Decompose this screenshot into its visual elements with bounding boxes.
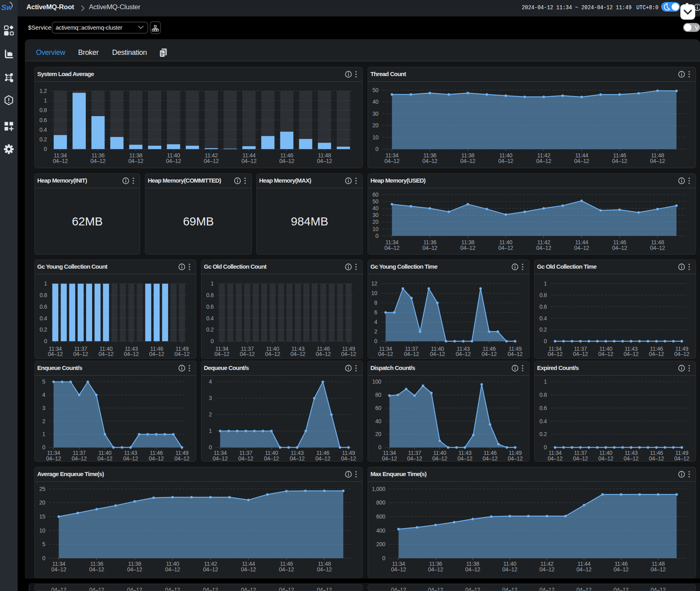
svg-text:04–12: 04–12 [51,587,66,591]
svg-text:Thread Count: Thread Count [370,70,406,77]
svg-text:1,000: 1,000 [372,486,385,492]
svg-text:10: 10 [372,134,378,141]
svg-text:04–12: 04–12 [53,158,68,164]
svg-text:Gc Old Collection Time: Gc Old Collection Time [537,263,597,270]
svg-text:5: 5 [42,378,46,385]
svg-text:04–12: 04–12 [265,351,280,357]
svg-text:0.8: 0.8 [539,392,547,398]
svg-text:0.8: 0.8 [206,292,214,298]
svg-text:0: 0 [209,444,212,450]
svg-text:0.4: 0.4 [39,127,47,133]
svg-text:04–12: 04–12 [165,587,180,591]
svg-text:04–12: 04–12 [97,455,113,462]
svg-text:04–12: 04–12 [46,455,61,462]
svg-text:0: 0 [544,444,547,450]
svg-text:04–12: 04–12 [614,566,629,573]
svg-text:0: 0 [382,555,386,561]
svg-text:10: 10 [39,527,45,534]
svg-text:04–12: 04–12 [457,455,473,462]
svg-text:2: 2 [42,418,46,424]
svg-text:04–12: 04–12 [498,245,513,251]
svg-text:Enqueue Count/s: Enqueue Count/s [37,364,82,371]
svg-text:Gc Young Collection Count: Gc Young Collection Count [37,263,108,270]
svg-text:04–12: 04–12 [536,158,551,164]
svg-text:69MB: 69MB [183,215,214,228]
svg-text:04–12: 04–12 [73,351,89,357]
svg-text:Sw: Sw [1,3,13,12]
svg-text:04–12: 04–12 [124,351,139,357]
svg-text:0.6: 0.6 [40,304,47,310]
svg-text:04–12: 04–12 [279,158,294,164]
svg-text:0.6: 0.6 [206,304,214,310]
svg-text:0.4: 0.4 [40,315,47,322]
svg-text:04–12: 04–12 [290,351,306,357]
svg-text:04–12: 04–12 [316,351,331,357]
svg-text:0.8: 0.8 [40,292,47,298]
svg-text:10: 10 [371,290,377,296]
svg-text:2: 2 [374,328,378,335]
svg-text:04–12: 04–12 [536,245,551,251]
svg-text:04–12: 04–12 [317,158,332,164]
svg-text:04–12: 04–12 [428,566,443,573]
svg-text:04–12: 04–12 [382,455,397,462]
svg-text:30: 30 [372,111,378,117]
svg-text:04–12: 04–12 [465,587,481,591]
svg-text:0.4: 0.4 [206,315,214,322]
svg-text:04–12: 04–12 [422,158,438,164]
svg-text:0.2: 0.2 [539,326,547,333]
svg-text:Heap Memory(COMMITTED): Heap Memory(COMMITTED) [148,177,221,184]
svg-text:04–12: 04–12 [460,245,475,251]
svg-text:04–12: 04–12 [165,566,180,573]
svg-text:30: 30 [372,212,378,218]
svg-text:60: 60 [372,191,378,198]
svg-text:04–12: 04–12 [290,455,305,462]
svg-text:40: 40 [372,98,378,105]
svg-text:20: 20 [372,122,378,129]
svg-text:04–12: 04–12 [674,455,690,462]
svg-text:04–12: 04–12 [649,455,664,462]
svg-text:04–12: 04–12 [502,566,517,573]
svg-text:V: V [695,24,699,31]
svg-text:04–12: 04–12 [573,351,588,357]
svg-text:1: 1 [211,280,214,287]
svg-text:04–12: 04–12 [539,587,555,591]
svg-text:2: 2 [209,411,212,418]
svg-text:Max Enqueue Time(s): Max Enqueue Time(s) [370,470,426,477]
svg-text:0.8: 0.8 [539,292,547,298]
svg-text:400: 400 [376,527,386,534]
svg-text:25: 25 [39,486,45,492]
svg-text:04–12: 04–12 [465,566,481,573]
svg-text:04–12: 04–12 [624,455,639,462]
svg-text:04–12: 04–12 [341,455,356,462]
svg-text:Heap Memory(USED): Heap Memory(USED) [370,177,426,184]
svg-text:UTC+8:0: UTC+8:0 [636,4,658,11]
svg-text:04–12: 04–12 [508,455,523,462]
svg-text:1: 1 [544,378,547,385]
svg-text:04–12: 04–12 [279,566,294,573]
svg-text:04–12: 04–12 [574,158,589,164]
svg-text:04–12: 04–12 [651,566,666,573]
svg-text:04–12: 04–12 [650,245,665,251]
svg-text:04–12: 04–12 [456,351,471,357]
svg-text:0: 0 [376,233,379,239]
svg-text:Heap Memory(MAX): Heap Memory(MAX) [259,177,311,184]
svg-text:04–12: 04–12 [317,566,332,573]
svg-text:04–12: 04–12 [612,158,627,164]
svg-text:1: 1 [44,280,47,287]
svg-text:0: 0 [378,444,382,450]
svg-text:04–12: 04–12 [241,587,256,591]
svg-text:04–12: 04–12 [317,587,332,591]
svg-text:0: 0 [42,555,46,561]
svg-text:04–12: 04–12 [123,455,138,462]
svg-text:04–12: 04–12 [539,566,555,573]
svg-text:04–12: 04–12 [507,351,523,357]
svg-text:$Service: $Service [28,24,51,31]
svg-text:04–12: 04–12 [650,158,665,164]
svg-text:0.2: 0.2 [206,326,214,333]
svg-text:04–12: 04–12 [614,587,629,591]
svg-text:800: 800 [376,499,386,506]
svg-text:04–12: 04–12 [241,158,257,164]
svg-text:04–12: 04–12 [502,587,517,591]
svg-text:600: 600 [376,513,386,520]
svg-text:5: 5 [42,541,46,547]
